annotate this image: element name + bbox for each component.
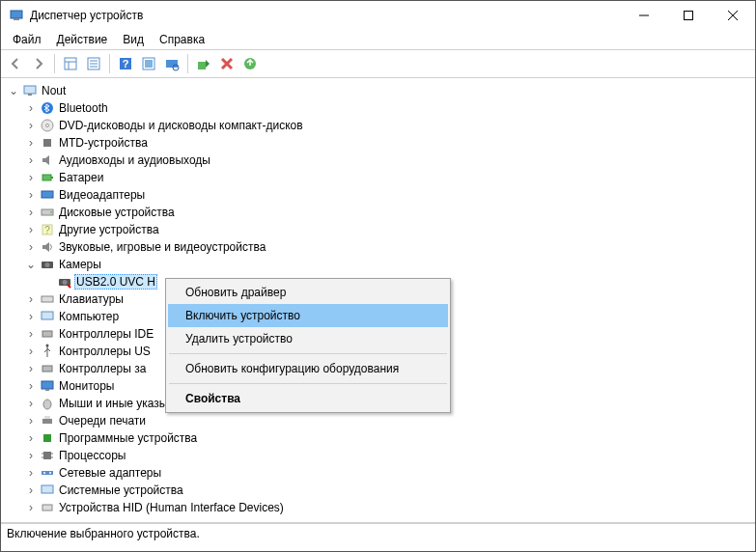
expand-icon[interactable]: › xyxy=(24,136,38,150)
tree-node-video[interactable]: ›Видеоадаптеры xyxy=(7,186,755,204)
camera-icon xyxy=(40,257,55,272)
expand-icon[interactable]: › xyxy=(24,240,38,254)
expand-icon[interactable]: › xyxy=(24,171,38,184)
svg-point-45 xyxy=(43,400,51,409)
expand-icon[interactable]: › xyxy=(24,449,38,462)
svg-point-55 xyxy=(43,472,45,474)
tree-node-mtd[interactable]: ›MTD-устройства xyxy=(7,134,755,152)
controller-icon xyxy=(40,326,55,342)
expand-icon[interactable]: › xyxy=(24,466,38,480)
tree-node-net[interactable]: ›Сетевые адаптеры xyxy=(7,464,755,482)
node-label: Дисковые устройства xyxy=(57,206,177,219)
maximize-button[interactable] xyxy=(666,1,711,30)
expand-icon[interactable]: › xyxy=(24,362,38,375)
expand-icon[interactable]: › xyxy=(24,292,38,306)
tree-node-sys[interactable]: ›Системные устройства xyxy=(7,482,755,499)
tree-node-soft[interactable]: ›Программные устройства xyxy=(7,429,755,447)
expand-icon[interactable]: › xyxy=(24,414,38,428)
svg-rect-19 xyxy=(198,62,206,69)
help-button[interactable]: ? xyxy=(115,53,136,74)
uninstall-button[interactable] xyxy=(216,53,238,74)
collapse-icon[interactable]: ⌄ xyxy=(24,258,38,271)
node-label: Очереди печати xyxy=(57,414,148,428)
ctx-scan-hardware[interactable]: Обновить конфигурацию оборудования xyxy=(168,357,448,380)
expand-icon[interactable]: › xyxy=(24,206,38,219)
node-label: Клавиатуры xyxy=(57,292,126,306)
expand-icon[interactable]: › xyxy=(24,501,38,514)
node-label: MTD-устройства xyxy=(57,136,150,150)
expand-icon[interactable]: › xyxy=(24,101,38,115)
expand-icon[interactable]: › xyxy=(24,188,38,202)
svg-rect-46 xyxy=(42,419,52,424)
back-button[interactable] xyxy=(5,53,26,74)
expand-icon[interactable]: › xyxy=(24,223,38,236)
network-icon xyxy=(40,465,55,481)
svg-rect-29 xyxy=(42,191,53,198)
action-button[interactable] xyxy=(138,53,159,74)
tree-node-battery[interactable]: ›Батареи xyxy=(7,169,755,186)
node-label: Программные устройства xyxy=(57,431,199,445)
display-icon xyxy=(40,187,55,203)
drive-icon xyxy=(40,205,55,220)
expand-icon[interactable]: › xyxy=(24,345,38,358)
tree-node-cameras[interactable]: ⌄Камеры xyxy=(7,256,755,273)
expand-icon[interactable]: › xyxy=(24,119,38,132)
speaker-icon xyxy=(40,152,55,168)
ctx-uninstall-device[interactable]: Удалить устройство xyxy=(168,327,448,350)
properties-button[interactable] xyxy=(83,53,104,74)
expand-icon[interactable]: › xyxy=(24,483,38,497)
printer-icon xyxy=(40,413,55,428)
tree-node-audio[interactable]: ›Аудиовходы и аудиовыходы xyxy=(7,152,755,169)
close-button[interactable] xyxy=(711,1,755,30)
tree-node-sound[interactable]: ›Звуковые, игровые и видеоустройства xyxy=(7,238,755,256)
expand-icon[interactable]: › xyxy=(24,379,38,393)
expand-icon[interactable]: › xyxy=(24,153,38,167)
menu-action[interactable]: Действие xyxy=(49,31,116,48)
context-menu: Обновить драйвер Включить устройство Уда… xyxy=(165,278,451,413)
menu-file[interactable]: Файл xyxy=(5,31,49,48)
svg-rect-0 xyxy=(11,11,22,18)
forward-button[interactable] xyxy=(28,53,49,74)
minimize-button[interactable] xyxy=(622,1,666,30)
svg-point-35 xyxy=(45,262,50,267)
scan-hardware-button[interactable] xyxy=(161,53,182,74)
tree-node-dvd[interactable]: ›DVD-дисководы и дисководы компакт-диско… xyxy=(7,117,755,134)
menu-view[interactable]: Вид xyxy=(115,31,152,48)
expand-icon[interactable]: › xyxy=(24,327,38,341)
enable-button[interactable] xyxy=(193,53,214,74)
svg-point-31 xyxy=(50,211,52,213)
tree-node-other[interactable]: ›?Другие устройства xyxy=(7,221,755,238)
ctx-enable-device[interactable]: Включить устройство xyxy=(168,304,448,327)
ctx-update-driver[interactable]: Обновить драйвер xyxy=(168,281,448,304)
svg-rect-28 xyxy=(51,177,53,179)
svg-rect-22 xyxy=(28,94,32,96)
disc-icon xyxy=(40,118,55,133)
node-label: Другие устройства xyxy=(57,223,161,236)
svg-rect-1 xyxy=(14,18,19,20)
cpu-icon xyxy=(40,448,55,463)
tree-node-bluetooth[interactable]: ›Bluetooth xyxy=(7,99,755,117)
menu-help[interactable]: Справка xyxy=(152,31,212,48)
ctx-properties[interactable]: Свойства xyxy=(168,387,448,410)
update-driver-button[interactable] xyxy=(239,53,261,74)
expand-icon[interactable]: › xyxy=(24,397,38,410)
device-tree[interactable]: ⌄ Nout ›Bluetooth ›DVD-дисководы и диско… xyxy=(1,78,755,523)
expand-icon[interactable]: › xyxy=(24,431,38,445)
tree-node-printq[interactable]: ›Очереди печати xyxy=(7,412,755,429)
window-title: Диспетчер устройств xyxy=(30,9,622,22)
svg-text:?: ? xyxy=(44,225,50,235)
svg-rect-42 xyxy=(42,366,52,372)
svg-rect-49 xyxy=(43,452,51,459)
node-label: Процессоры xyxy=(57,449,128,462)
svg-rect-44 xyxy=(45,389,49,391)
tree-node-disk[interactable]: ›Дисковые устройства xyxy=(7,204,755,221)
collapse-icon[interactable]: ⌄ xyxy=(7,84,20,97)
tree-node-hid[interactable]: ›Устройства HID (Human Interface Devices… xyxy=(7,499,755,516)
tree-node-cpu[interactable]: ›Процессоры xyxy=(7,447,755,464)
show-hide-tree-button[interactable] xyxy=(60,53,81,74)
root-node[interactable]: ⌄ Nout xyxy=(7,82,755,99)
expand-icon[interactable]: › xyxy=(24,310,38,323)
svg-text:?: ? xyxy=(123,58,129,69)
svg-point-41 xyxy=(46,345,49,347)
svg-rect-17 xyxy=(166,60,178,68)
